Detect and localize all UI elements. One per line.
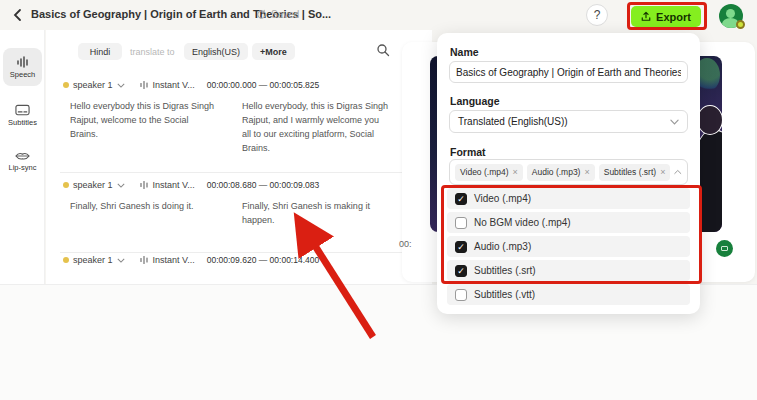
sync-icon bbox=[256, 9, 267, 20]
upload-icon bbox=[641, 11, 651, 22]
chevron-down-icon[interactable] bbox=[117, 83, 125, 88]
target-language-chip[interactable]: English(US) bbox=[184, 43, 248, 60]
segment-times: 00:00:08.680 — 00:00:09.083 bbox=[207, 180, 319, 190]
save-status: Saved bbox=[256, 9, 299, 20]
voice-icon bbox=[139, 80, 149, 90]
row-divider bbox=[60, 172, 418, 173]
transcript-panel: Hindi translate to English(US) +More spe… bbox=[46, 30, 432, 284]
chevron-down-icon[interactable] bbox=[117, 258, 125, 263]
chevron-up-icon bbox=[674, 169, 682, 175]
sidebar-item-speech[interactable]: Speech bbox=[3, 48, 42, 86]
translated-text[interactable]: Hello everybody, this is Digras Singh Ra… bbox=[242, 100, 390, 156]
segment-times: 00:00:00.000 — 00:00:05.825 bbox=[207, 80, 319, 90]
speaker-name[interactable]: speaker 1 bbox=[73, 180, 113, 190]
segment-times: 00:00:09.620 — 00:00:14.400 bbox=[207, 255, 319, 265]
voice-name[interactable]: Instant V... bbox=[153, 255, 195, 265]
app-window: Basics of Geography | Origin of Earth an… bbox=[0, 0, 757, 400]
export-button[interactable]: Export bbox=[631, 6, 701, 27]
top-bar: Basics of Geography | Origin of Earth an… bbox=[0, 0, 757, 30]
format-option-label: Subtitles (.srt) bbox=[474, 265, 536, 276]
format-option[interactable]: ✓ Audio (.mp3) bbox=[447, 236, 690, 257]
name-input[interactable] bbox=[449, 61, 688, 83]
format-option-label: Video (.mp4) bbox=[474, 193, 531, 204]
more-label: +More bbox=[260, 47, 287, 57]
voice-icon bbox=[139, 255, 149, 265]
row-divider bbox=[60, 252, 418, 253]
sidebar-item-lip-sync[interactable]: Lip-sync bbox=[3, 142, 42, 180]
checkbox[interactable]: ✓ bbox=[455, 241, 467, 253]
back-icon[interactable] bbox=[10, 7, 26, 23]
avatar-badge bbox=[736, 20, 745, 29]
speaker-name[interactable]: speaker 1 bbox=[73, 80, 113, 90]
speaker-color-dot bbox=[63, 257, 69, 263]
format-option[interactable]: ✓ Video (.mp4) bbox=[447, 188, 690, 209]
saved-label: Saved bbox=[271, 9, 299, 20]
format-option-label: No BGM video (.mp4) bbox=[474, 217, 571, 228]
translated-text[interactable]: Finally, Shri Ganesh is making it happen… bbox=[242, 200, 390, 228]
checkbox[interactable] bbox=[455, 217, 467, 229]
lips-icon bbox=[15, 151, 30, 161]
export-label: Export bbox=[656, 11, 691, 23]
speaker-name[interactable]: speaker 1 bbox=[73, 255, 113, 265]
help-button[interactable]: ? bbox=[586, 4, 608, 26]
sidebar-item-label: Lip-sync bbox=[9, 163, 37, 172]
export-dialog: Name Language Translated (English(US)) F… bbox=[437, 33, 700, 314]
more-languages-chip[interactable]: +More bbox=[252, 43, 295, 60]
format-chip-label: Video (.mp4) bbox=[460, 167, 509, 177]
segment-header: speaker 1 Instant V... 00:00:00.000 — 00… bbox=[63, 80, 319, 90]
speaker-color-dot bbox=[63, 82, 69, 88]
voice-name[interactable]: Instant V... bbox=[153, 80, 195, 90]
remove-chip-icon[interactable]: × bbox=[660, 167, 665, 177]
format-option[interactable]: Subtitles (.vtt) bbox=[447, 284, 690, 305]
format-chip[interactable]: Subtitles (.srt) × bbox=[599, 164, 671, 181]
name-label: Name bbox=[450, 46, 479, 58]
help-label: ? bbox=[594, 8, 601, 22]
format-option[interactable]: ✓ Subtitles (.srt) bbox=[447, 260, 690, 281]
segment-header: speaker 1 Instant V... 00:00:08.680 — 00… bbox=[63, 180, 319, 190]
left-sidebar: Speech Subtitles Lip-sync bbox=[0, 30, 45, 284]
format-options-list: ✓ Video (.mp4) No BGM video (.mp4) ✓ Aud… bbox=[447, 188, 690, 305]
chevron-down-icon bbox=[670, 119, 679, 125]
remove-chip-icon[interactable]: × bbox=[513, 167, 518, 177]
subtitles-icon bbox=[15, 104, 30, 116]
source-language-chip[interactable]: Hindi bbox=[78, 43, 122, 60]
voice-icon bbox=[139, 180, 149, 190]
speaker-color-dot bbox=[63, 182, 69, 188]
sidebar-item-subtitles[interactable]: Subtitles bbox=[3, 96, 42, 134]
format-option-label: Audio (.mp3) bbox=[474, 241, 531, 252]
language-value: Translated (English(US)) bbox=[458, 116, 670, 127]
checkbox[interactable]: ✓ bbox=[455, 193, 467, 205]
format-multiselect[interactable]: Video (.mp4) × Audio (.mp3) × Subtitles … bbox=[449, 159, 688, 185]
format-chip-label: Subtitles (.srt) bbox=[604, 167, 656, 177]
format-option-label: Subtitles (.vtt) bbox=[474, 289, 535, 300]
layout-icon bbox=[721, 246, 728, 251]
target-language-label: English(US) bbox=[192, 47, 240, 57]
format-chips: Video (.mp4) × Audio (.mp3) × Subtitles … bbox=[455, 164, 670, 181]
checkbox[interactable]: ✓ bbox=[455, 265, 467, 277]
translate-to-label: translate to bbox=[130, 47, 175, 57]
segment-header: speaker 1 Instant V... 00:00:09.620 — 00… bbox=[63, 255, 319, 265]
format-chip-label: Audio (.mp3) bbox=[532, 167, 581, 177]
format-label: Format bbox=[450, 146, 486, 158]
video-mini-button[interactable] bbox=[716, 240, 733, 257]
language-label: Language bbox=[450, 95, 500, 107]
source-text[interactable]: Hello everybody this is Digras Singh Raj… bbox=[70, 100, 218, 142]
source-text[interactable]: Finally, Shri Ganesh is doing it. bbox=[70, 200, 218, 214]
format-option[interactable]: No BGM video (.mp4) bbox=[447, 212, 690, 233]
remove-chip-icon[interactable]: × bbox=[584, 167, 589, 177]
player-time: 00: bbox=[399, 239, 412, 249]
speech-icon bbox=[16, 56, 30, 68]
search-icon[interactable] bbox=[376, 43, 390, 57]
sidebar-item-label: Subtitles bbox=[8, 118, 37, 127]
voice-name[interactable]: Instant V... bbox=[153, 180, 195, 190]
language-select[interactable]: Translated (English(US)) bbox=[449, 110, 688, 133]
sidebar-item-label: Speech bbox=[10, 70, 35, 79]
checkbox[interactable] bbox=[455, 289, 467, 301]
chevron-down-icon[interactable] bbox=[117, 183, 125, 188]
format-chip[interactable]: Audio (.mp3) × bbox=[527, 164, 595, 181]
source-language-label: Hindi bbox=[90, 47, 111, 57]
format-chip[interactable]: Video (.mp4) × bbox=[455, 164, 523, 181]
